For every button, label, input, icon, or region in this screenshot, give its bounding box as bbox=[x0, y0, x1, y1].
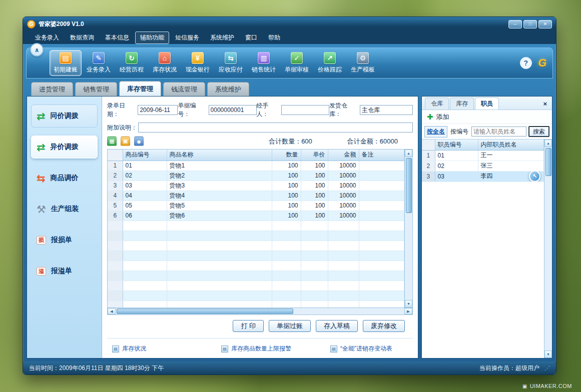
menu-aux-functions[interactable]: 辅助功能 bbox=[135, 32, 169, 44]
help-icon[interactable]: ? bbox=[520, 57, 532, 69]
table-row-empty[interactable] bbox=[108, 290, 404, 300]
link-almighty-flow-report[interactable]: ▤ “全能”进销存变动表 bbox=[330, 344, 411, 353]
table-row-empty[interactable] bbox=[108, 250, 404, 260]
employee-row-selected[interactable]: 3 03 李四 ↖ bbox=[422, 171, 544, 182]
grid-horizontal-scrollbar[interactable]: ◀ ▶ bbox=[107, 308, 413, 315]
table-row-empty[interactable] bbox=[108, 230, 404, 240]
sidebar-item-same-price-transfer[interactable]: ⇄ 同价调拨 bbox=[31, 104, 98, 128]
collapse-toolbar-button[interactable]: ∧ bbox=[30, 43, 44, 56]
scroll-down-icon[interactable]: ▼ bbox=[544, 350, 552, 358]
panel-close-icon[interactable]: × bbox=[541, 100, 549, 108]
scroll-right-icon[interactable]: ▶ bbox=[404, 308, 412, 314]
panel-vertical-scrollbar[interactable]: ▲ ▼ bbox=[544, 140, 552, 358]
employee-search-input[interactable] bbox=[471, 126, 526, 136]
menu-business-entry[interactable]: 业务录入 bbox=[30, 32, 64, 44]
initial-ledger-icon: ▤ bbox=[60, 52, 72, 64]
maximize-button[interactable]: □ bbox=[523, 20, 537, 28]
resize-grip[interactable]: ⋰ bbox=[544, 365, 550, 372]
spreadsheet-icon[interactable]: ▦ bbox=[107, 136, 117, 146]
business-entry-icon: ✎ bbox=[93, 52, 105, 64]
table-row-empty[interactable] bbox=[108, 260, 404, 270]
menu-help[interactable]: 帮助 bbox=[263, 32, 285, 44]
toolbar-business-history[interactable]: ↻ 经营历程 bbox=[116, 50, 148, 76]
date-label: 录单日期： bbox=[107, 102, 136, 118]
tab-cashflow-management[interactable]: 钱流管理 bbox=[163, 82, 205, 96]
table-row[interactable]: 404 货物4100 10010000 bbox=[108, 190, 404, 200]
toolbar-price-tracking[interactable]: ↗ 价格跟踪 bbox=[314, 50, 346, 76]
minimize-button[interactable]: ─ bbox=[508, 20, 522, 28]
save-draft-button[interactable]: 存入草稿 bbox=[316, 320, 358, 332]
table-row-empty[interactable] bbox=[108, 280, 404, 290]
table-row[interactable]: 505 货物5100 10010000 bbox=[108, 200, 404, 210]
close-button[interactable]: ✕ bbox=[538, 20, 552, 28]
tab-purchase-management[interactable]: 进货管理 bbox=[31, 82, 73, 96]
date-input[interactable] bbox=[138, 105, 178, 115]
toolbar-sales-statistics[interactable]: ▥ 销售统计 bbox=[248, 50, 280, 76]
menu-basic-info[interactable]: 基本信息 bbox=[100, 32, 134, 44]
tab-employee[interactable]: 职员 bbox=[475, 98, 499, 110]
handler-input[interactable] bbox=[281, 105, 329, 115]
tab-inventory-management[interactable]: 库存管理 bbox=[119, 81, 161, 96]
col-header-emp-code: 职员编号 bbox=[435, 140, 478, 150]
person-icon[interactable]: ☻ bbox=[134, 136, 144, 146]
link-qty-upper-limit-alert[interactable]: ▤ 库存商品数量上限报警 bbox=[221, 344, 330, 353]
scroll-up-icon[interactable]: ▲ bbox=[405, 150, 412, 157]
menu-sms-service[interactable]: 短信服务 bbox=[170, 32, 204, 44]
table-row-empty[interactable] bbox=[108, 220, 404, 230]
total-qty: 合计数量：600 bbox=[269, 137, 312, 146]
calculator-icon[interactable]: ▣ bbox=[121, 136, 130, 146]
filter-by-code[interactable]: 按编号 bbox=[449, 126, 469, 137]
table-row[interactable]: 303 货物3100 10010000 bbox=[108, 180, 404, 190]
table-row-empty[interactable] bbox=[108, 240, 404, 250]
search-button[interactable]: 搜索 bbox=[528, 126, 549, 137]
sidebar-item-overflow-report[interactable]: 溢 报溢单 bbox=[31, 260, 98, 282]
scroll-thumb[interactable] bbox=[117, 308, 293, 314]
post-document-button[interactable]: 单据过账 bbox=[269, 320, 311, 332]
warehouse-input[interactable] bbox=[360, 105, 413, 115]
print-button[interactable]: 打 印 bbox=[233, 320, 264, 332]
menu-system-maintenance[interactable]: 系统维护 bbox=[205, 32, 239, 44]
filter-by-fullname[interactable]: 按全名 bbox=[424, 126, 447, 138]
add-label: 添加 bbox=[436, 112, 449, 122]
scroll-up-icon[interactable]: ▲ bbox=[544, 140, 552, 147]
tab-system-maintenance[interactable]: 系统维护 bbox=[207, 82, 249, 96]
titlebar[interactable]: G 管家婆2009 V1.0 ─ □ ✕ bbox=[23, 17, 556, 31]
employee-row[interactable]: 2 02 张三 bbox=[422, 160, 544, 171]
link-inventory-status[interactable]: ▤ 库存状况 bbox=[112, 344, 221, 353]
sidebar-item-price-adjust[interactable]: ⇆ 商品调价 bbox=[31, 166, 98, 190]
sidebar-item-loss-report[interactable]: 损 报损单 bbox=[31, 228, 98, 252]
tab-sales-management[interactable]: 销售管理 bbox=[75, 82, 117, 96]
toolbar-inventory-status[interactable]: ⌂ 库存状况 bbox=[149, 50, 181, 76]
grid-vertical-scrollbar[interactable]: ▲ ▼ bbox=[404, 150, 412, 308]
table-row[interactable]: 202 货物2100 10010000 bbox=[108, 170, 404, 180]
tab-warehouse[interactable]: 仓库 bbox=[425, 98, 449, 110]
note-input[interactable] bbox=[138, 122, 413, 132]
handler-label: 经手人： bbox=[257, 102, 280, 118]
table-row[interactable]: 606 货物6100 10010000 bbox=[108, 210, 404, 220]
table-row[interactable]: 101 货物1100 10010000 bbox=[108, 160, 404, 170]
toolbar-initial-ledger[interactable]: ▤ 初期建账 bbox=[50, 50, 82, 76]
toolbar-document-audit[interactable]: ✓ 单据审核 bbox=[281, 50, 313, 76]
employee-row[interactable]: 1 01 王一 bbox=[422, 150, 544, 160]
discard-changes-button[interactable]: 废弃修改 bbox=[363, 320, 405, 332]
doc-no-input[interactable] bbox=[209, 105, 257, 115]
sidebar-item-production-assembly[interactable]: ⚒ 生产组装 bbox=[31, 198, 98, 220]
table-row-empty[interactable] bbox=[108, 270, 404, 280]
toolbar-receivable-payable[interactable]: ⇆ 应收应付 bbox=[215, 50, 247, 76]
toolbar-production-template[interactable]: ⚙ 生产模板 bbox=[347, 50, 379, 76]
add-employee-button[interactable]: ✚ 添加 bbox=[422, 110, 552, 124]
scroll-thumb[interactable] bbox=[406, 158, 412, 213]
employee-header-row: 职员编号 内部职员姓名 bbox=[422, 140, 544, 150]
col-header-name: 商品名称 bbox=[167, 150, 272, 160]
scroll-down-icon[interactable]: ▼ bbox=[405, 300, 412, 308]
scroll-thumb[interactable] bbox=[545, 148, 551, 176]
tab-inventory[interactable]: 库存 bbox=[450, 98, 474, 110]
menu-data-query[interactable]: 数据查询 bbox=[65, 32, 99, 44]
toolbar-business-entry[interactable]: ✎ 业务录入 bbox=[83, 50, 115, 76]
sidebar-item-diff-price-transfer[interactable]: ⇄ 异价调拨 bbox=[31, 136, 98, 158]
scroll-left-icon[interactable]: ◀ bbox=[108, 308, 116, 314]
menu-window[interactable]: 窗口 bbox=[240, 32, 262, 44]
table-row-empty[interactable] bbox=[108, 300, 404, 308]
toolbar-cash-bank[interactable]: ¥ 现金银行 bbox=[182, 50, 214, 76]
business-history-icon: ↻ bbox=[126, 52, 138, 64]
